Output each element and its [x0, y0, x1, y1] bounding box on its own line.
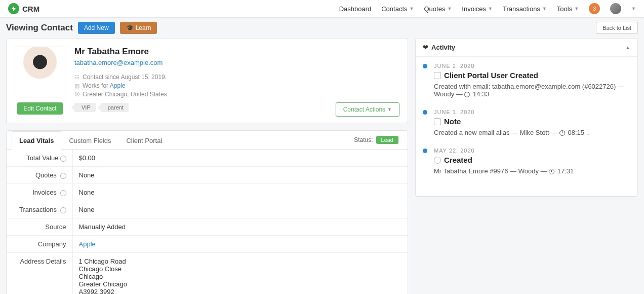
plus-circle-icon [434, 157, 441, 164]
calendar-icon: ☷ [74, 74, 80, 81]
info-icon[interactable]: i [60, 173, 66, 179]
status-badge: Lead [376, 136, 398, 144]
lead-vitals-card: Lead Vitals Custom Fields Client Portal … [6, 130, 408, 294]
tab-lead-vitals[interactable]: Lead Vitals [12, 131, 61, 150]
address-value: 1 Chicago Road Chicago Close Chicago Gre… [72, 253, 408, 295]
transactions-value: None [72, 201, 408, 218]
nav-dashboard[interactable]: Dashboard [339, 5, 372, 13]
activity-item: June 2, 2020 Client Portal User Created … [434, 63, 630, 98]
info-icon[interactable]: i [60, 190, 66, 196]
activity-item: May 22, 2020 Created Mr Tabatha Emore #9… [434, 148, 630, 175]
chevron-down-icon[interactable]: ⌄ [586, 131, 590, 136]
contact-since: ☷Contact since August 15, 2019. [74, 74, 167, 81]
tab-custom-fields[interactable]: Custom Fields [61, 131, 118, 150]
chevron-down-icon: ▼ [447, 6, 452, 11]
back-to-list-button[interactable]: Back to List [596, 22, 638, 34]
activity-title: Activity [431, 44, 455, 51]
notification-badge[interactable]: 3 [589, 3, 600, 14]
subheader: Viewing Contact Add New 🎓Learn Back to L… [0, 18, 644, 38]
timeline-dot-icon [423, 110, 427, 115]
page-title: Viewing Contact [6, 23, 73, 33]
contact-card: Edit Contact Mr Tabatha Emore tabatha.em… [6, 38, 408, 123]
chevron-down-icon: ▼ [410, 6, 414, 11]
clock-icon [464, 92, 470, 97]
contact-works-for: ▥Works for Apple [74, 82, 167, 89]
info-icon[interactable]: i [60, 156, 66, 162]
user-avatar[interactable] [610, 3, 621, 14]
timeline-dot-icon [423, 149, 427, 153]
tag-parent[interactable]: parent [101, 103, 129, 112]
add-new-button[interactable]: Add New [78, 22, 115, 34]
tag-vip[interactable]: VIP [74, 103, 96, 112]
nav-transactions[interactable]: Transactions▼ [503, 5, 547, 13]
contact-location: ⦿Greater Chicago, United States [74, 91, 167, 98]
activity-item: June 1, 2020 Note Created a new email al… [434, 109, 630, 136]
source-value: Manually Added [72, 218, 408, 236]
invoices-value: None [72, 184, 408, 201]
chevron-down-icon[interactable]: ▼ [631, 6, 636, 11]
quotes-value: None [72, 167, 408, 184]
activity-card: ❤ Activity ▲ June 2, 2020 Client Portal … [415, 38, 638, 197]
company-link[interactable]: Apple [110, 82, 126, 89]
company-link[interactable]: Apple [79, 240, 96, 248]
timeline-dot-icon [423, 64, 427, 68]
main-nav: Dashboard Contacts▼ Quotes▼ Invoices▼ Tr… [339, 3, 636, 14]
contact-name: Mr Tabatha Emore [74, 47, 167, 57]
chevron-down-icon: ▼ [387, 107, 392, 112]
pin-icon: ⦿ [74, 91, 80, 97]
graduation-icon: 🎓 [126, 24, 134, 31]
total-value: $0.00 [72, 150, 408, 167]
chevron-down-icon: ▼ [542, 6, 547, 11]
note-icon [434, 118, 441, 125]
chevron-down-icon: ▼ [574, 6, 579, 11]
vitals-table: Total Valuei$0.00 Quotes iNone Invoices … [7, 150, 408, 294]
clock-icon [559, 130, 565, 136]
chevron-down-icon: ▼ [488, 6, 493, 11]
nav-tools[interactable]: Tools▼ [557, 5, 579, 13]
nav-contacts[interactable]: Contacts▼ [381, 5, 414, 13]
contact-avatar [15, 47, 65, 97]
brand-text: CRM [22, 5, 39, 13]
tab-client-portal[interactable]: Client Portal [118, 131, 170, 150]
brand-logo[interactable]: CRM [8, 3, 39, 14]
nav-quotes[interactable]: Quotes▼ [424, 5, 452, 13]
learn-button[interactable]: 🎓Learn [120, 22, 157, 34]
topbar: CRM Dashboard Contacts▼ Quotes▼ Invoices… [0, 0, 644, 18]
nav-invoices[interactable]: Invoices▼ [462, 5, 493, 13]
info-icon[interactable]: i [60, 207, 66, 213]
bolt-icon [8, 3, 19, 14]
building-icon: ▥ [74, 83, 80, 89]
edit-contact-button[interactable]: Edit Contact [17, 102, 62, 115]
clock-icon [549, 169, 554, 174]
id-card-icon [434, 72, 441, 79]
contact-email-link[interactable]: tabatha.emore@example.com [74, 59, 163, 66]
contact-actions-button[interactable]: Contact Actions ▼ [336, 102, 399, 117]
collapse-icon[interactable]: ▲ [625, 45, 630, 50]
status-label: Status: [354, 136, 373, 143]
heartbeat-icon: ❤ [423, 44, 428, 51]
